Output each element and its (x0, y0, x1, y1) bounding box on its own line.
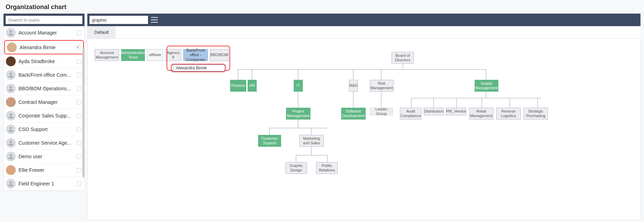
svg-point-0 (10, 30, 12, 33)
user-name-label: Contract Manager (19, 99, 74, 105)
svg-point-2 (10, 86, 12, 89)
node-retail-management[interactable]: Retail Management (469, 108, 493, 120)
node-backfront[interactable]: Back/Front office - Companies (183, 49, 208, 61)
svg-point-4 (10, 127, 12, 129)
user-list-item[interactable]: Demo user (4, 150, 84, 163)
avatar (6, 152, 16, 161)
user-list-item[interactable]: Ayda Stradbroke (4, 55, 84, 68)
user-checkbox[interactable] (77, 100, 81, 105)
node-marketing-and-sales[interactable]: Marketing and Sales (299, 135, 324, 147)
svg-point-7 (10, 181, 12, 184)
svg-point-3 (10, 113, 12, 116)
svg-point-1 (10, 72, 12, 75)
node-distribution[interactable]: Distribution (424, 108, 444, 115)
user-name-label: Back/Front office Com... (19, 72, 74, 78)
svg-point-6 (10, 154, 12, 156)
user-list-item[interactable]: Field Engineer 1 (4, 177, 84, 191)
user-list-item[interactable]: Back/Front office Com... (4, 68, 84, 82)
node-audit-compliance[interactable]: Audit Compliance (400, 108, 422, 120)
avatar (6, 70, 16, 80)
user-checkbox[interactable] (77, 141, 81, 145)
user-list-item[interactable]: Corporate Sales Supp... (4, 109, 84, 123)
user-checkbox[interactable]: ✓ (76, 45, 80, 49)
node-supply-management[interactable]: Supply Management (475, 80, 498, 92)
node-rd[interactable]: R&D (349, 80, 358, 92)
main-header (87, 14, 641, 26)
node-pm-vendor[interactable]: PM_Vendor (446, 108, 466, 115)
page-title: Organizational chart (0, 0, 644, 14)
node-customer-support[interactable]: Customer Support (258, 135, 281, 147)
user-name-label: Alexandra Birnie (20, 45, 73, 50)
user-checkbox[interactable] (77, 127, 81, 132)
user-checkbox[interactable] (77, 154, 81, 159)
node-agency8[interactable]: Agency 8 (165, 49, 181, 61)
avatar (6, 28, 16, 38)
main-pane: Default Account ManagementAdministration… (87, 14, 641, 220)
sidebar: Account ManagerAlexandra Birnie✓Ayda Str… (3, 14, 85, 220)
avatar (6, 138, 16, 148)
user-name-label: Corporate Sales Supp... (19, 113, 74, 118)
node-project-management[interactable]: Project Management (286, 108, 310, 120)
node-admin_team[interactable]: Administration Team (121, 49, 145, 61)
node-hr[interactable]: HR (248, 80, 257, 92)
avatar (6, 165, 16, 175)
user-list-item[interactable]: Account Manager (4, 26, 84, 40)
avatar (6, 56, 16, 66)
user-list-item[interactable]: CSO Support (4, 123, 84, 136)
user-list-item[interactable]: BBO/BOM Operations... (4, 82, 84, 95)
node-strategic-purchasing[interactable]: Strategic Purchasing (524, 108, 548, 120)
avatar (6, 179, 16, 189)
sidebar-header (3, 14, 85, 26)
user-list-item[interactable]: Ellie Frewer (4, 163, 84, 177)
user-name-label: Demo user (19, 154, 74, 159)
user-name-label: BBO/BOM Operations... (19, 86, 74, 91)
node-graphic-design[interactable]: Graphic Design (285, 162, 307, 174)
user-checkbox[interactable] (77, 86, 81, 91)
node-bbo_bom[interactable]: BBO/BOM (210, 49, 229, 61)
node-software-development[interactable]: Software Development (341, 108, 366, 120)
page-root: Organizational chart Account ManagerAlex… (0, 0, 644, 222)
user-name-label: Field Engineer 1 (19, 181, 74, 186)
user-name-label: Account Manager (19, 30, 74, 36)
node-affiliate[interactable]: affiliate (147, 49, 163, 61)
body-row: Account ManagerAlexandra Birnie✓Ayda Str… (0, 14, 644, 220)
node-it[interactable]: IT (294, 80, 303, 92)
tab-default[interactable]: Default (87, 26, 116, 38)
node-finance[interactable]: Finance (230, 80, 246, 92)
avatar (6, 111, 16, 121)
user-list: Account ManagerAlexandra Birnie✓Ayda Str… (3, 26, 85, 191)
user-name-label: CSO Support (19, 127, 74, 132)
user-checkbox[interactable] (77, 114, 81, 118)
search-chart-input[interactable] (89, 16, 148, 24)
avatar (6, 97, 16, 107)
user-checkbox[interactable] (77, 168, 81, 173)
tab-bar: Default (87, 26, 641, 39)
node-leader-group[interactable]: Leader Group (370, 108, 393, 115)
scrollbar-thumb[interactable] (82, 48, 85, 177)
user-name-label: Ayda Stradbroke (19, 59, 74, 64)
drag-user-label[interactable]: Alexandra Birnie (173, 64, 225, 71)
user-checkbox[interactable] (77, 31, 81, 35)
user-name-label: Customer Service Age... (19, 140, 74, 146)
node-reverse-logistics[interactable]: Reverse Logistics (496, 108, 521, 120)
node-board-of-directors[interactable]: Board of Directors (391, 52, 414, 64)
avatar (6, 124, 16, 134)
search-users-input[interactable] (6, 16, 82, 24)
user-list-item[interactable]: Contract Manager (4, 95, 84, 109)
user-checkbox[interactable] (77, 59, 81, 64)
svg-point-5 (10, 140, 12, 143)
hamburger-icon[interactable] (151, 17, 158, 23)
user-list-item[interactable]: Alexandra Birnie✓ (4, 40, 84, 54)
node-risk-management[interactable]: Risk Management (370, 80, 394, 92)
node-public-relations[interactable]: Public Relations (316, 162, 338, 174)
node-acct_mgmt[interactable]: Account Management (95, 49, 119, 61)
user-name-label: Ellie Frewer (19, 167, 74, 173)
avatar (7, 43, 17, 52)
user-checkbox[interactable] (77, 73, 81, 77)
user-list-item[interactable]: Customer Service Age... (4, 136, 84, 150)
user-checkbox[interactable] (77, 182, 81, 186)
org-chart-canvas[interactable]: Account ManagementAdministration Teamaff… (87, 39, 641, 220)
avatar (6, 84, 16, 93)
